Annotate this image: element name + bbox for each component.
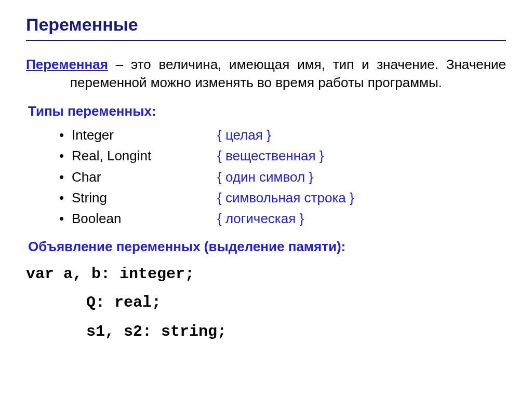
definition-rest: – это величина, имеющая имя, тип и значе…	[70, 57, 506, 90]
bullet-icon: •	[59, 125, 72, 145]
code-line-1: var a, b: integer;	[26, 260, 506, 289]
list-item: • Integer { целая }	[59, 125, 506, 145]
type-name: Integer	[72, 125, 217, 145]
types-heading: Типы переменных:	[28, 103, 506, 119]
bullet-icon: •	[59, 187, 72, 208]
code-line-3: s1, s2: string;	[26, 318, 506, 347]
types-list: • Integer { целая } • Real, Longint { ве…	[59, 125, 506, 229]
type-name: Real, Longint	[72, 145, 217, 166]
slide-title: Переменные	[26, 15, 506, 35]
code-block: var a, b: integer; Q: real; s1, s2: stri…	[26, 260, 506, 347]
list-item: • Boolean { логическая }	[59, 208, 506, 229]
list-item: • Real, Longint { вещественная }	[59, 145, 506, 166]
bullet-icon: •	[59, 167, 72, 187]
type-name: Char	[72, 167, 217, 187]
code-line-2: Q: real;	[26, 289, 506, 318]
type-description: { символьная строка }	[217, 187, 354, 208]
type-description: { логическая }	[217, 208, 304, 229]
type-description: { вещественная }	[217, 145, 324, 166]
bullet-icon: •	[59, 208, 72, 229]
type-name: Boolean	[72, 208, 217, 229]
bullet-icon: •	[59, 145, 72, 166]
list-item: • Char { один символ }	[59, 167, 506, 187]
type-description: { один символ }	[217, 167, 313, 187]
list-item: • String { символьная строка }	[59, 187, 506, 208]
type-name: String	[72, 187, 217, 208]
definition-paragraph: Переменная – это величина, имеющая имя, …	[26, 56, 506, 92]
declaration-heading: Объявление переменных (выделение памяти)…	[28, 239, 506, 255]
title-underline	[26, 40, 506, 41]
definition-term: Переменная	[26, 57, 108, 72]
type-description: { целая }	[217, 125, 271, 145]
